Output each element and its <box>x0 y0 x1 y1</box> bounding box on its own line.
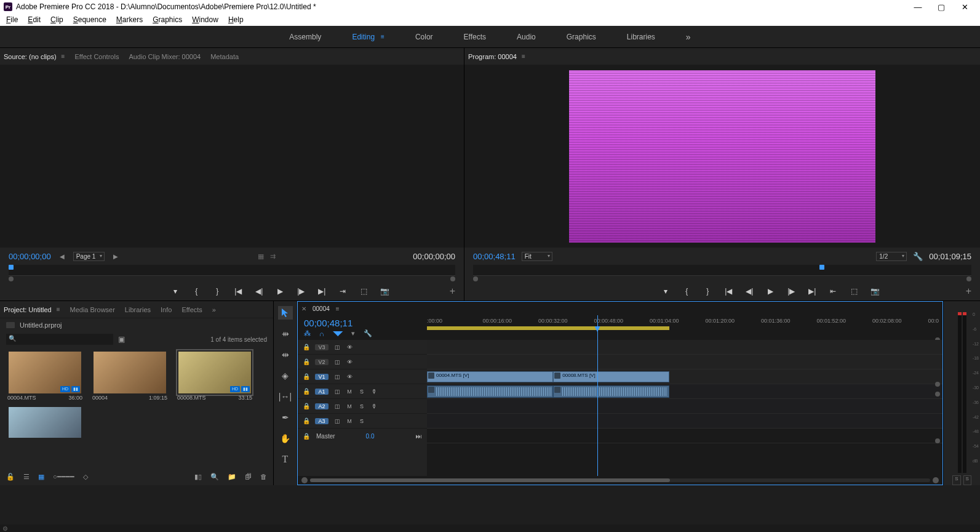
workspace-audio[interactable]: Audio <box>517 33 536 41</box>
tab-info[interactable]: Info <box>161 306 172 313</box>
find-icon[interactable]: 🔍 <box>210 473 219 481</box>
toggle-sync-icon[interactable]: ◫ <box>333 403 341 409</box>
tab-libraries[interactable]: Libraries <box>125 306 151 313</box>
eye-icon[interactable]: 👁 <box>346 359 353 365</box>
panel-menu-icon[interactable]: ≡ <box>57 306 60 313</box>
menu-file[interactable]: File <box>1 14 23 26</box>
new-item-icon[interactable]: 🗐 <box>245 473 252 480</box>
sort-icon[interactable]: ◇ <box>83 473 88 481</box>
track-header-v3[interactable]: 🔒V3◫👁 <box>298 340 427 355</box>
linked-selection-icon[interactable]: ∩ <box>319 330 324 337</box>
slip-tool[interactable]: |↔| <box>278 390 293 403</box>
program-scrub-bar[interactable] <box>473 276 971 282</box>
menu-clip[interactable]: Clip <box>46 14 68 26</box>
mute-button[interactable]: M <box>346 389 353 395</box>
lock-icon[interactable]: 🔒 <box>303 417 310 424</box>
goto-out-icon[interactable]: ▶| <box>317 287 327 296</box>
workspace-graphics[interactable]: Graphics <box>567 33 596 41</box>
toggle-sync-icon[interactable]: ◫ <box>333 418 341 424</box>
insert-icon[interactable]: ⇥ <box>338 287 348 296</box>
play-button[interactable]: ▶ <box>765 287 775 296</box>
timeline-clip-audio[interactable] <box>553 385 669 398</box>
export-frame-icon[interactable]: 📷 <box>870 287 880 296</box>
track-header-v2[interactable]: 🔒V2◫👁 <box>298 355 427 369</box>
panel-menu-icon[interactable]: ≡ <box>336 305 340 312</box>
master-track-header[interactable]: 🔒Master0.0⏭ <box>298 429 427 443</box>
tab-effect-controls[interactable]: Effect Controls <box>74 53 119 60</box>
timeline-clip-video[interactable]: 00008.MTS [V] <box>553 371 669 382</box>
icon-view-icon[interactable]: ▦ <box>38 473 44 481</box>
menu-help[interactable]: Help <box>223 14 249 26</box>
resolution-dropdown[interactable]: 1/2 <box>876 252 907 261</box>
button-editor-icon[interactable]: + <box>450 286 455 297</box>
tab-metadata[interactable]: Metadata <box>210 53 239 60</box>
project-clip[interactable] <box>5 407 85 438</box>
workspace-menu-icon[interactable]: ≡ <box>381 33 384 40</box>
track-header-a2[interactable]: 🔒A2◫MS🎙 <box>298 399 427 414</box>
lock-icon[interactable]: 🔒 <box>303 373 310 380</box>
timeline-zoom-scrollbar[interactable] <box>298 476 942 485</box>
pen-tool[interactable]: ✒ <box>278 411 293 424</box>
step-back-icon[interactable]: ◀| <box>254 287 264 296</box>
lock-icon[interactable]: 🔒 <box>303 433 310 440</box>
write-lock-icon[interactable]: 🔓 <box>6 473 15 481</box>
hand-tool[interactable]: ✋ <box>278 432 293 445</box>
mark-in-icon[interactable]: ▾ <box>170 287 180 296</box>
lock-icon[interactable]: 🔒 <box>303 344 310 350</box>
wrench-icon[interactable]: 🔧 <box>913 252 923 261</box>
bracket-out-icon[interactable]: } <box>212 287 222 296</box>
workspace-effects[interactable]: Effects <box>464 33 486 41</box>
fit-dropdown[interactable]: Fit <box>522 252 552 261</box>
solo-button[interactable]: S <box>358 389 365 395</box>
play-button[interactable]: ▶ <box>275 287 285 296</box>
step-fwd-icon[interactable]: |▶ <box>786 287 796 296</box>
workspace-overflow-button[interactable]: » <box>686 32 691 42</box>
tab-program[interactable]: Program: 00004≡ <box>468 53 525 60</box>
track-select-tool[interactable]: ⇻ <box>278 327 293 341</box>
overwrite-icon[interactable]: ⬚ <box>359 287 368 296</box>
ripple-edit-tool[interactable]: ⇹ <box>278 348 293 361</box>
track-header-v1[interactable]: 🔒V1◫👁 <box>298 369 427 384</box>
tab-overflow-button[interactable]: » <box>212 306 216 313</box>
workspace-editing[interactable]: Editing≡ <box>352 33 384 41</box>
timeline-track-content[interactable]: 00004.MTS [V] 00008.MTS [V] <box>427 340 942 476</box>
workspace-assembly[interactable]: Assembly <box>289 33 321 41</box>
export-frame-icon[interactable]: 📷 <box>380 287 389 296</box>
project-clip[interactable]: 000041:09:15 <box>90 352 170 402</box>
program-timecode[interactable]: 00;00;48;11 <box>473 252 516 261</box>
toggle-sync-icon[interactable]: ◫ <box>333 374 341 380</box>
track-header-a1[interactable]: 🔒A1◫MS🎙 <box>298 384 427 399</box>
project-clip[interactable]: HD▮▮ 00004.MTS36:00 <box>5 352 85 402</box>
timeline-marker-icon[interactable]: ▾ <box>351 329 355 337</box>
lift-icon[interactable]: ⇤ <box>828 287 838 296</box>
timeline-clip-audio[interactable] <box>427 385 553 398</box>
mute-button[interactable]: M <box>346 403 353 409</box>
solo-right-button[interactable]: S <box>963 475 971 485</box>
global-settings-icon[interactable]: ⚙ <box>2 525 8 532</box>
workspace-color[interactable]: Color <box>415 33 433 41</box>
snap-icon[interactable]: ⁂ <box>304 329 311 337</box>
toggle-sync-icon[interactable]: ◫ <box>333 389 341 395</box>
toggle-sync-icon[interactable]: ◫ <box>333 344 341 350</box>
prev-page-button[interactable]: ◀ <box>57 253 67 260</box>
solo-button[interactable]: S <box>358 403 365 409</box>
close-sequence-button[interactable]: ✕ <box>301 305 306 312</box>
eye-icon[interactable]: 👁 <box>346 344 353 350</box>
new-bin-icon[interactable]: 📁 <box>228 473 236 481</box>
menu-markers[interactable]: Markers <box>111 14 148 26</box>
delete-icon[interactable]: 🗑 <box>260 473 267 480</box>
tab-project[interactable]: Project: Untitled≡ <box>4 306 60 313</box>
lock-icon[interactable]: 🔒 <box>303 358 310 365</box>
goto-out-icon[interactable]: ▶| <box>807 287 817 296</box>
add-marker-icon[interactable]: ◥◤ <box>333 329 343 337</box>
safe-margin-icon[interactable]: ▦ <box>258 252 264 260</box>
timeline-settings-icon[interactable]: 🔧 <box>364 329 372 337</box>
eye-icon[interactable]: 👁 <box>346 374 353 380</box>
project-items-grid[interactable]: HD▮▮ 00004.MTS36:00 000041:09:15 HD▮▮ 00… <box>0 347 273 468</box>
menu-sequence[interactable]: Sequence <box>68 14 111 26</box>
master-volume[interactable]: 0.0 <box>366 433 375 440</box>
workspace-libraries[interactable]: Libraries <box>627 33 655 41</box>
razor-tool[interactable]: ◈ <box>278 369 293 382</box>
goto-in-icon[interactable]: |◀ <box>233 287 243 296</box>
tab-audio-clip-mixer[interactable]: Audio Clip Mixer: 00004 <box>129 53 201 60</box>
